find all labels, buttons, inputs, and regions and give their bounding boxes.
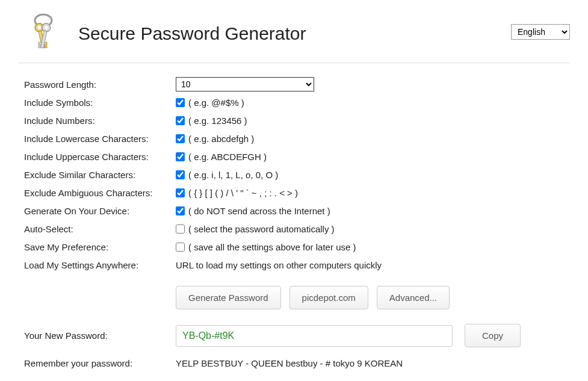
- label-ambiguous: Exclude Ambiguous Characters:: [24, 188, 176, 198]
- hint-numbers: ( e.g. 123456 ): [188, 116, 247, 126]
- checkbox-symbols[interactable]: [176, 98, 185, 107]
- checkbox-autoselect[interactable]: [176, 225, 185, 234]
- row-output: Your New Password: Copy: [24, 324, 570, 347]
- row-length: Password Length: 10: [24, 75, 570, 93]
- divider: [18, 63, 570, 63]
- label-symbols: Include Symbols:: [24, 98, 176, 108]
- advanced-button[interactable]: Advanced...: [377, 286, 450, 309]
- remember-text: YELP BESTBUY - QUEEN bestbuy - # tokyo 9…: [176, 358, 403, 368]
- generate-button[interactable]: Generate Password: [176, 286, 281, 309]
- hint-savepref: ( save all the settings above for later …: [188, 242, 356, 252]
- header: Secure Password Generator English: [18, 12, 570, 55]
- password-output[interactable]: [176, 325, 453, 347]
- svg-rect-9: [39, 42, 42, 45]
- checkbox-numbers[interactable]: [176, 116, 185, 125]
- hint-local: ( do NOT send across the Internet ): [188, 206, 330, 216]
- label-uppercase: Include Uppercase Characters:: [24, 152, 176, 162]
- label-savepref: Save My Preference:: [24, 242, 176, 252]
- checkbox-savepref[interactable]: [176, 243, 185, 252]
- checkbox-lowercase[interactable]: [176, 134, 185, 143]
- hint-autoselect: ( select the password automatically ): [188, 224, 335, 234]
- row-savepref: Save My Preference: ( save all the setti…: [24, 238, 570, 256]
- row-similar: Exclude Similar Characters: ( e.g. i, l,…: [24, 166, 570, 184]
- row-loadsettings: Load My Settings Anywhere: URL to load m…: [24, 256, 570, 274]
- label-local: Generate On Your Device:: [24, 206, 176, 216]
- row-uppercase: Include Uppercase Characters: ( e.g. ABC…: [24, 147, 570, 166]
- hint-ambiguous: ( { } [ ] ( ) / \ ' " ` ~ , ; : . < > ): [188, 188, 298, 198]
- row-autoselect: Auto-Select: ( select the password autom…: [24, 220, 570, 238]
- hint-lowercase: ( e.g. abcdefgh ): [188, 134, 254, 144]
- form: Password Length: 10 Include Symbols: ( e…: [24, 75, 570, 368]
- hint-similar: ( e.g. i, l, 1, L, o, 0, O ): [188, 170, 278, 180]
- checkbox-local[interactable]: [176, 206, 185, 215]
- copy-button[interactable]: Copy: [465, 324, 521, 347]
- password-length-select[interactable]: 10: [176, 77, 314, 91]
- hint-symbols: ( e.g. @#$% ): [188, 98, 244, 108]
- label-autoselect: Auto-Select:: [24, 224, 176, 234]
- row-lowercase: Include Lowercase Characters: ( e.g. abc…: [24, 129, 570, 147]
- keys-icon: [26, 12, 60, 55]
- language-select[interactable]: English: [511, 24, 570, 40]
- row-local: Generate On Your Device: ( do NOT send a…: [24, 202, 570, 220]
- hint-loadsettings: URL to load my settings on other compute…: [176, 260, 382, 270]
- row-remember: Remember your password: YELP BESTBUY - Q…: [24, 358, 570, 368]
- label-lowercase: Include Lowercase Characters:: [24, 134, 176, 144]
- buttons-row: Generate Password picdepot.com Advanced.…: [176, 286, 570, 309]
- label-length: Password Length:: [24, 79, 176, 90]
- checkbox-similar[interactable]: [176, 170, 185, 179]
- svg-rect-10: [39, 46, 42, 48]
- row-numbers: Include Numbers: ( e.g. 123456 ): [24, 111, 570, 129]
- page-title: Secure Password Generator: [78, 23, 306, 44]
- hint-uppercase: ( e.g. ABCDEFGH ): [188, 152, 267, 162]
- row-symbols: Include Symbols: ( e.g. @#$% ): [24, 93, 570, 111]
- checkbox-ambiguous[interactable]: [176, 188, 185, 197]
- label-similar: Exclude Similar Characters:: [24, 170, 176, 180]
- label-loadsettings: Load My Settings Anywhere:: [24, 260, 176, 270]
- row-ambiguous: Exclude Ambiguous Characters: ( { } [ ] …: [24, 184, 570, 202]
- label-output: Your New Password:: [24, 330, 176, 341]
- checkbox-uppercase[interactable]: [176, 152, 185, 161]
- label-numbers: Include Numbers:: [24, 116, 176, 126]
- svg-rect-5: [45, 46, 48, 48]
- picdepot-button[interactable]: picdepot.com: [289, 286, 368, 309]
- label-remember: Remember your password:: [24, 358, 176, 368]
